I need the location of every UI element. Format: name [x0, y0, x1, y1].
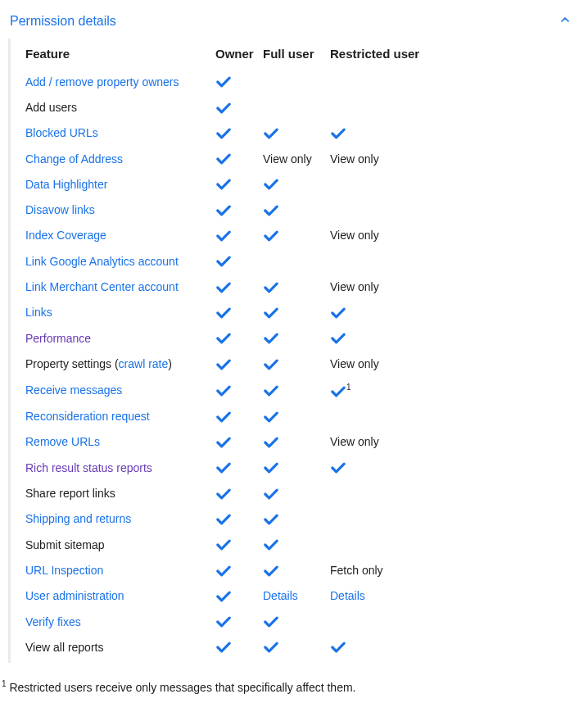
- table-row: Performance: [25, 325, 436, 351]
- table-row: Links: [25, 300, 436, 325]
- column-header-restricted-user: Restricted user: [330, 42, 436, 69]
- feature-text: Property settings (: [25, 357, 119, 370]
- full-user-cell: [263, 609, 330, 634]
- check-icon: [330, 641, 346, 654]
- section-content: Feature Owner Full user Restricted user …: [8, 39, 565, 663]
- feature-text: Add users: [25, 101, 77, 114]
- check-icon: [215, 152, 232, 166]
- full-user-cell: [263, 351, 330, 376]
- feature-link[interactable]: Remove URLs: [25, 435, 100, 448]
- owner-cell: [215, 429, 263, 455]
- check-icon: [263, 513, 279, 526]
- feature-link[interactable]: Data Highlighter: [25, 178, 107, 191]
- check-icon: [215, 127, 232, 140]
- full-user-cell: [263, 557, 330, 583]
- check-icon: [215, 384, 232, 397]
- restricted-user-cell: [330, 455, 436, 480]
- check-icon: [263, 461, 279, 474]
- feature-cell: Verify fixes: [25, 609, 215, 634]
- table-row: Data Highlighter: [25, 171, 436, 197]
- owner-cell: [215, 634, 263, 660]
- section-title: Permission details: [10, 14, 116, 29]
- owner-cell: [215, 609, 263, 634]
- feature-cell: Disavow links: [25, 197, 215, 222]
- feature-link[interactable]: Change of Address: [25, 152, 123, 166]
- check-icon: [263, 410, 279, 424]
- check-icon: [215, 513, 232, 526]
- check-icon: [215, 461, 232, 474]
- check-icon: [215, 229, 232, 243]
- feature-link[interactable]: Links: [25, 306, 52, 319]
- check-icon: [330, 306, 346, 320]
- restricted-user-cell: [330, 480, 436, 506]
- full-user-cell: [263, 404, 330, 429]
- feature-link[interactable]: Receive messages: [25, 383, 122, 397]
- restricted-user-cell: View only: [330, 429, 436, 455]
- table-row: Add users: [25, 94, 436, 120]
- restricted-user-cell: View only: [330, 351, 436, 376]
- cell-link[interactable]: Details: [263, 589, 298, 602]
- table-row: Reconsideration request: [25, 404, 436, 429]
- owner-cell: [215, 274, 263, 299]
- restricted-user-cell: [330, 300, 436, 325]
- cell-text: View only: [263, 152, 312, 166]
- full-user-cell: [263, 429, 330, 455]
- full-user-cell: [263, 455, 330, 480]
- full-user-cell: [263, 377, 330, 404]
- cell-text: Fetch only: [330, 564, 383, 577]
- restricted-user-cell: View only: [330, 274, 436, 299]
- owner-cell: [215, 455, 263, 480]
- check-icon: [263, 281, 279, 294]
- restricted-user-cell: [330, 506, 436, 532]
- feature-link[interactable]: Reconsideration request: [25, 410, 150, 423]
- check-icon: [263, 127, 279, 140]
- feature-link[interactable]: Link Google Analytics account: [25, 255, 179, 268]
- check-icon: [263, 229, 279, 243]
- table-row: Disavow links: [25, 197, 436, 222]
- feature-link[interactable]: Performance: [25, 332, 91, 345]
- restricted-user-cell: Details: [330, 583, 436, 609]
- feature-link[interactable]: User administration: [25, 589, 124, 602]
- cell-text: View only: [330, 152, 379, 166]
- restricted-user-cell: [330, 94, 436, 120]
- feature-link[interactable]: URL Inspection: [25, 564, 103, 577]
- full-user-cell: [263, 300, 330, 325]
- full-user-cell: [263, 480, 330, 506]
- check-icon: [215, 178, 232, 191]
- owner-cell: [215, 404, 263, 429]
- feature-link[interactable]: Blocked URLs: [25, 126, 98, 139]
- feature-cell: Remove URLs: [25, 429, 215, 455]
- check-icon: [263, 641, 279, 654]
- feature-cell: User administration: [25, 583, 215, 609]
- full-user-cell: [263, 94, 330, 120]
- check-icon: [215, 538, 232, 551]
- feature-link[interactable]: Rich result status reports: [25, 461, 152, 474]
- owner-cell: [215, 377, 263, 404]
- check-icon: [263, 358, 279, 371]
- check-icon: [263, 436, 279, 449]
- permissions-table: Feature Owner Full user Restricted user …: [25, 42, 436, 660]
- feature-link[interactable]: Verify fixes: [25, 615, 81, 628]
- check-icon: [263, 332, 279, 345]
- full-user-cell: [263, 325, 330, 351]
- section-header[interactable]: Permission details: [0, 7, 588, 39]
- feature-text: Submit sitemap: [25, 538, 104, 551]
- table-row: Shipping and returns: [25, 506, 436, 532]
- full-user-cell: [263, 223, 330, 248]
- full-user-cell: [263, 506, 330, 532]
- cell-link[interactable]: Details: [330, 589, 365, 602]
- feature-cell: Receive messages: [25, 377, 215, 404]
- column-header-feature: Feature: [25, 42, 215, 69]
- feature-link[interactable]: Shipping and returns: [25, 512, 131, 525]
- table-row: Rich result status reports: [25, 455, 436, 480]
- table-row: View all reports: [25, 634, 436, 660]
- check-icon: [263, 488, 279, 501]
- feature-cell: Links: [25, 300, 215, 325]
- feature-link[interactable]: Index Coverage: [25, 229, 106, 242]
- feature-link[interactable]: Add / remove property owners: [25, 75, 179, 88]
- feature-link[interactable]: crawl rate: [119, 357, 169, 370]
- feature-link[interactable]: Disavow links: [25, 203, 95, 216]
- table-row: URL InspectionFetch only: [25, 557, 436, 583]
- feature-link[interactable]: Link Merchant Center account: [25, 280, 179, 293]
- full-user-cell: [263, 69, 330, 94]
